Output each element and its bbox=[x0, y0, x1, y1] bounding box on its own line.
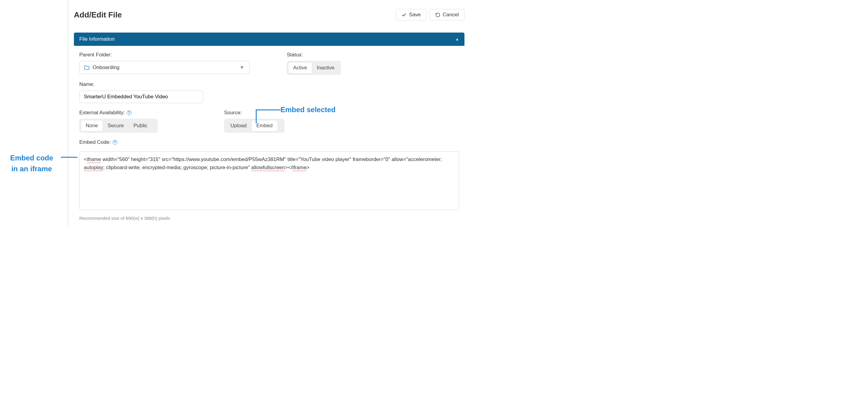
status-active-button[interactable]: Active bbox=[288, 62, 312, 73]
annotation-connector bbox=[61, 157, 78, 158]
source-embed-button[interactable]: Embed bbox=[251, 120, 277, 131]
save-button-label: Save bbox=[409, 12, 421, 18]
annotation-connector bbox=[256, 109, 257, 123]
status-label: Status: bbox=[287, 52, 341, 58]
source-label: Source: bbox=[224, 110, 284, 116]
annotation-embed-selected: Embed selected bbox=[280, 105, 336, 114]
parent-folder-label: Parent Folder: bbox=[79, 52, 249, 58]
annotation-embed-code: Embed code in an iframe bbox=[3, 153, 60, 174]
name-input[interactable] bbox=[79, 91, 203, 103]
help-icon[interactable]: ? bbox=[127, 110, 131, 115]
panel-header[interactable]: File Information ▲ bbox=[74, 33, 464, 46]
embed-code-label: Embed Code: ? bbox=[79, 139, 117, 145]
name-label: Name: bbox=[79, 82, 203, 88]
check-icon bbox=[401, 12, 407, 18]
source-upload-button[interactable]: Upload bbox=[226, 120, 251, 131]
page-header: Add/Edit File Save Cancel bbox=[74, 9, 464, 21]
parent-folder-value: Onboarding bbox=[93, 65, 119, 70]
embed-code-textarea[interactable]: <iframe width="560" height="315" src="ht… bbox=[79, 151, 459, 210]
annotation-connector bbox=[256, 109, 280, 110]
external-secure-button[interactable]: Secure bbox=[103, 120, 129, 131]
source-toggle: Upload Embed bbox=[224, 119, 284, 133]
status-inactive-button[interactable]: Inactive bbox=[312, 62, 339, 73]
page-title: Add/Edit File bbox=[74, 10, 122, 20]
panel-body: Parent Folder: Onboarding ▼ Status: Acti… bbox=[74, 46, 464, 226]
embed-code-hint: Recommended size of 690(w) x 388(h) pixe… bbox=[79, 216, 170, 221]
collapse-icon: ▲ bbox=[456, 37, 459, 41]
chevron-down-icon: ▼ bbox=[240, 65, 244, 70]
cancel-button-label: Cancel bbox=[443, 12, 459, 18]
sidebar-divider bbox=[68, 0, 68, 226]
status-toggle: Active Inactive bbox=[287, 61, 341, 75]
folder-icon bbox=[84, 65, 90, 70]
cancel-button[interactable]: Cancel bbox=[430, 9, 464, 21]
help-icon[interactable]: ? bbox=[113, 140, 117, 145]
undo-icon bbox=[435, 12, 440, 18]
external-public-button[interactable]: Public bbox=[129, 120, 152, 131]
external-none-button[interactable]: None bbox=[81, 120, 103, 131]
external-availability-toggle: None Secure Public bbox=[79, 119, 158, 133]
external-availability-label: External Availability: ? bbox=[79, 110, 158, 116]
parent-folder-select[interactable]: Onboarding ▼ bbox=[79, 61, 249, 74]
panel-title: File Information bbox=[79, 36, 115, 42]
save-button[interactable]: Save bbox=[396, 9, 427, 21]
